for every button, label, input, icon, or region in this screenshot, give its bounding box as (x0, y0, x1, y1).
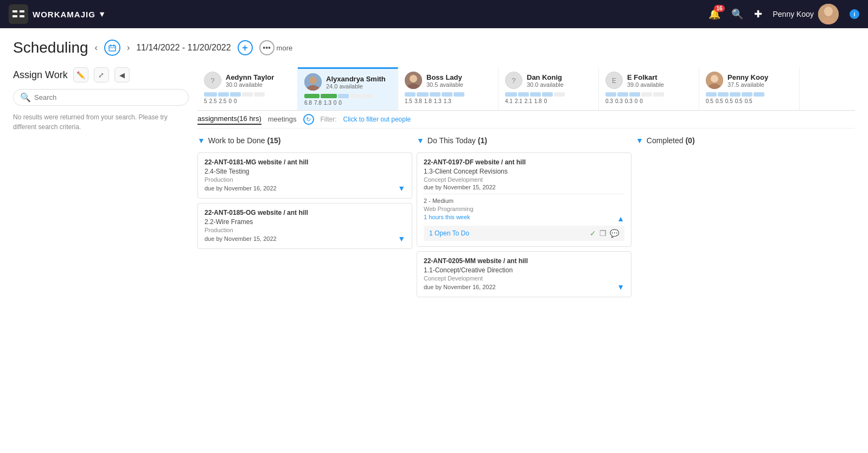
task-name: 2.2-Wire Frames (205, 218, 405, 226)
refresh-button[interactable]: ↻ (303, 114, 314, 125)
task-actions: 1 Open To Do ✓ ❐ 💬 (424, 226, 624, 241)
column-title-text: Work to be Done (208, 136, 265, 145)
bar-segment (542, 92, 553, 97)
column-header: ▼ Work to be Done (15) (197, 133, 412, 148)
app-logo[interactable]: WORKAMAJIG ▾ (9, 4, 105, 24)
task-footer: due by November 15, 2022 ▼ (205, 234, 405, 243)
notification-button[interactable]: 🔔 16 (709, 8, 720, 20)
person-card-top: E E Folkart 39.0 available (605, 72, 692, 89)
task-due: due by November 16, 2022 (205, 185, 277, 192)
task-name: 1.1-Concept/Creative Direction (424, 266, 624, 274)
task-dept: Concept Development (424, 176, 624, 183)
person-avail: 30.5 available (426, 81, 463, 88)
person-card-top: Penny Kooy 37.5 available (706, 72, 793, 89)
collapse-column-icon[interactable]: ▼ (197, 136, 205, 145)
task-expanded: 2 - Medium Web Programming 1 hours this … (424, 194, 624, 241)
main-layout: Assign Work ✏️ ⤢ ◀ 🔍 No results were ret… (13, 67, 855, 302)
search-input[interactable] (34, 93, 182, 101)
person-card[interactable]: ? Aedynn Taylor 30.0 available (197, 67, 298, 110)
svg-rect-7 (109, 46, 116, 51)
task-card[interactable]: 22-ANT-0197-DF website / ant hill 1.3-Cl… (417, 152, 631, 247)
search-icon[interactable]: 🔍 (731, 8, 743, 20)
bar-segment (254, 92, 265, 97)
sidebar-header: Assign Work ✏️ ⤢ ◀ (13, 67, 189, 82)
person-card-top: Alyxandrya Smith 24.0 available (304, 73, 391, 91)
expand-icon[interactable]: ▼ (617, 283, 624, 291)
add-icon[interactable]: ✚ (754, 8, 762, 20)
column-title: Do This Today (1) (427, 136, 487, 145)
comment-icon[interactable]: 💬 (610, 229, 619, 238)
user-menu[interactable]: Penny Kooy (773, 4, 839, 24)
bar-numbers: 0.50.50.50.50.5 (706, 98, 793, 104)
edit-button[interactable]: ✏️ (73, 67, 88, 82)
bar-segment (350, 94, 361, 98)
bar-segment (754, 92, 764, 97)
completed-column: ▼ Completed (0) (636, 133, 855, 152)
bar-segment (242, 92, 253, 97)
bar-segment-green (304, 94, 320, 98)
more-button[interactable]: ••• more (259, 40, 293, 55)
person-card[interactable]: Boss Lady 30.5 available 1.53.81.81.31.3 (398, 67, 499, 110)
svg-rect-2 (12, 15, 17, 17)
svg-point-24 (711, 75, 718, 82)
date-range: 11/14/2022 - 11/20/2022 (136, 43, 231, 53)
column-header: ▼ Do This Today (1) (417, 133, 631, 148)
task-card[interactable]: 22-ANT-0185-OG website / ant hill 2.2-Wi… (197, 203, 412, 249)
task-footer: due by November 16, 2022 ▼ (205, 184, 405, 193)
bar-numbers: 4.12.12.11.80 (505, 98, 592, 104)
collapse-column-icon[interactable]: ▼ (636, 136, 643, 145)
person-avatar: ? (505, 72, 522, 89)
person-avail: 30.0 available (226, 81, 274, 88)
next-week-button[interactable]: › (127, 43, 130, 53)
prev-week-button[interactable]: ‹ (95, 43, 98, 53)
copy-icon[interactable]: ❐ (599, 229, 607, 238)
filter-label: Filter: (321, 116, 337, 123)
person-card[interactable]: E E Folkart 39.0 available (599, 67, 699, 110)
person-bars (304, 94, 391, 98)
work-to-be-done-column: ▼ Work to be Done (15) 22-ANT-0181-MG we… (197, 133, 417, 253)
bar-segment (706, 92, 717, 97)
person-avail: 37.5 available (727, 81, 768, 88)
tab-meetings[interactable]: meetings (268, 115, 297, 124)
task-project: 22-ANT-0205-MM website / ant hill (424, 257, 624, 265)
svg-text:?: ? (210, 76, 214, 85)
expand-button[interactable]: ⤢ (94, 67, 109, 82)
check-icon[interactable]: ✓ (590, 229, 596, 238)
column-header: ▼ Completed (0) (636, 133, 851, 148)
bar-segment (338, 94, 349, 98)
column-title-text: Do This Today (427, 136, 476, 145)
person-name: Boss Lady (426, 73, 463, 81)
persons-row: ? Aedynn Taylor 30.0 available (197, 67, 855, 111)
task-project: 22-ANT-0197-DF website / ant hill (424, 158, 624, 166)
person-card[interactable]: ? Dan Konig 30.0 available (499, 67, 599, 110)
bar-numbers: 52.52.500 (204, 98, 291, 104)
task-card[interactable]: 22-ANT-0181-MG website / ant hill 2.4-Si… (197, 152, 412, 199)
page-header: Scheduling ‹ › 11/14/2022 - 11/20/2022 +… (13, 39, 855, 56)
person-card[interactable]: Alyxandrya Smith 24.0 available 6.87.81.… (298, 67, 398, 110)
task-card[interactable]: 22-ANT-0205-MM website / ant hill 1.1-Co… (417, 251, 631, 297)
task-dept: Concept Development (424, 275, 624, 282)
bar-segment (218, 92, 229, 97)
tab-assignments[interactable]: assignments(16 hrs) (197, 114, 261, 125)
task-hours: 1 hours this week (424, 214, 470, 220)
filter-link[interactable]: Click to filter out people (343, 116, 411, 123)
expand-icon[interactable]: ▼ (398, 184, 405, 193)
task-footer: due by November 16, 2022 ▼ (424, 283, 624, 291)
collapse-button[interactable]: ◀ (114, 67, 130, 82)
person-name: E Folkart (627, 73, 664, 81)
collapse-icon[interactable]: ▲ (617, 214, 624, 223)
bar-segment (653, 92, 664, 97)
add-schedule-button[interactable]: + (238, 40, 253, 55)
content-area: ? Aedynn Taylor 30.0 available (197, 67, 855, 302)
topnav: WORKAMAJIG ▾ 🔔 16 🔍 ✚ Penny Kooy i (0, 0, 868, 28)
info-icon: i (850, 9, 859, 19)
svg-text:E: E (612, 77, 616, 85)
app-dropdown-icon[interactable]: ▾ (100, 9, 105, 19)
calendar-button[interactable] (104, 40, 120, 56)
collapse-column-icon[interactable]: ▼ (417, 136, 424, 145)
open-to-do-label[interactable]: 1 Open To Do (429, 229, 469, 237)
person-card[interactable]: Penny Kooy 37.5 available 0.50.50.50.50.… (699, 67, 800, 110)
svg-rect-1 (20, 10, 24, 12)
expand-icon[interactable]: ▼ (398, 234, 405, 243)
task-skill: Web Programming (424, 206, 624, 212)
